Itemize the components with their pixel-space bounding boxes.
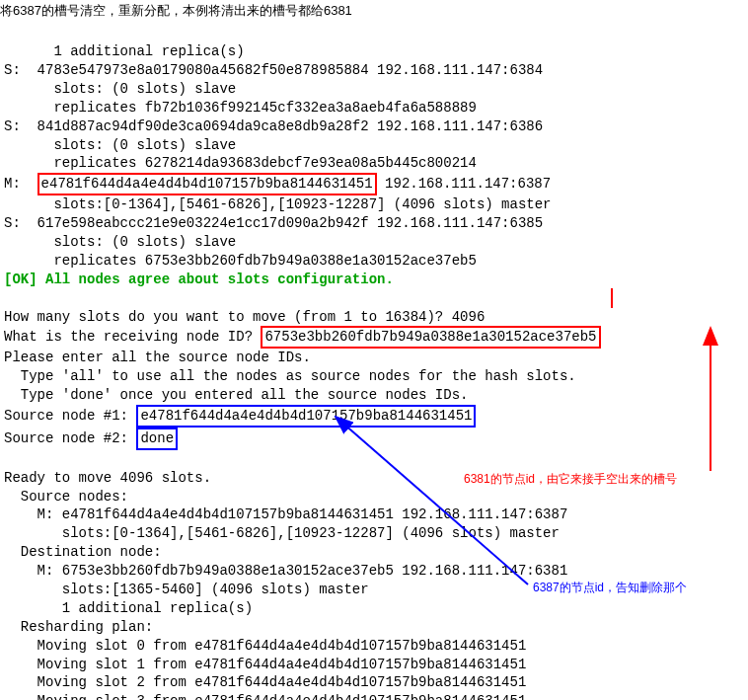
recv-prompt: What is the receiving node ID? 6753e3bb2… <box>4 329 601 345</box>
line: slots:[0-1364],[5461-6826],[10923-12287]… <box>4 525 560 541</box>
line: replicates 6753e3bb260fdb7b949a0388e1a30… <box>4 253 477 269</box>
line: Moving slot 2 from e4781f644d4a4e4d4b4d1… <box>4 674 526 690</box>
line: slots: (0 slots) slave <box>4 234 236 250</box>
line: Destination node: <box>4 544 162 560</box>
caption-text: 将6387的槽号清空，重新分配，本例将清出来的槽号都给6381 <box>0 3 352 18</box>
source-2: Source node #2: done <box>4 430 178 446</box>
m-prefix: M: <box>4 176 37 192</box>
annotation-6381: 6381的节点id，由它来接手空出来的槽号 <box>464 471 677 487</box>
node-id-6387-box: e4781f644d4a4e4d4b4d107157b9ba8144631451 <box>37 173 377 195</box>
page-caption: 将6387的槽号清空，重新分配，本例将清出来的槽号都给6381 <box>0 0 748 22</box>
slots-a: 4096 <box>452 309 486 325</box>
line: S: 617e598eabccc21e9e03224e1cc17d090a2b9… <box>4 215 543 231</box>
recv-q: What is the receiving node ID? <box>4 329 261 345</box>
m-suffix: 192.168.111.147:6387 <box>377 176 551 192</box>
line: slots:[0-1364],[5461-6826],[10923-12287]… <box>4 196 552 212</box>
line: M: 6753e3bb260fdb7b949a0388e1a30152ace37… <box>4 563 567 579</box>
line: M: e4781f644d4a4e4d4b4d107157b9ba8144631… <box>4 506 567 522</box>
line: Source nodes: <box>4 489 128 505</box>
line: S: 4783e547973e8a0179080a45682f50e878985… <box>4 62 543 78</box>
line: replicates 6278214da93683debcf7e93ea08a5… <box>4 155 477 171</box>
master-line: M: e4781f644d4a4e4d4b4d107157b9ba8144631… <box>4 176 551 192</box>
annotation-6381-text: 6381的节点id，由它来接手空出来的槽号 <box>464 472 677 486</box>
src2-label: Source node #2: <box>4 430 136 446</box>
src1-label: Source node #1: <box>4 408 136 424</box>
svg-line-4 <box>336 417 528 584</box>
line: slots: (0 slots) slave <box>4 137 236 153</box>
source-node-1-box: e4781f644d4a4e4d4b4d107157b9ba8144631451 <box>136 405 476 428</box>
slots-q: How many slots do you want to move (from… <box>4 309 452 325</box>
slots-prompt: How many slots do you want to move (from… <box>4 309 485 325</box>
terminal-output: 1 additional replica(s) S: 4783e547973e8… <box>0 22 748 700</box>
line: replicates fb72b1036f992145cf332ea3a8aeb… <box>4 100 477 116</box>
line: 1 additional replica(s) <box>4 43 245 59</box>
line: 1 additional replica(s) <box>4 600 253 616</box>
ok-line: [OK] All nodes agree about slots configu… <box>4 272 394 287</box>
source-1: Source node #1: e4781f644d4a4e4d4b4d1071… <box>4 408 476 424</box>
line: Resharding plan: <box>4 619 153 635</box>
annotation-6387-text: 6387的节点id，告知删除那个 <box>533 581 687 594</box>
source-node-2: done <box>140 430 174 446</box>
annotation-6387: 6387的节点id，告知删除那个 <box>533 580 687 595</box>
source-node-2-box: done <box>136 428 178 450</box>
line: Type 'done' once you entered all the sou… <box>4 387 468 403</box>
line: S: 841d887ac94df90de3ca0694da9ca8e8db9a2… <box>4 118 543 134</box>
line: slots:[1365-5460] (4096 slots) master <box>4 582 369 597</box>
line: Please enter all the source node IDs. <box>4 350 311 365</box>
node-id-6387: e4781f644d4a4e4d4b4d107157b9ba8144631451 <box>41 176 373 192</box>
line: Ready to move 4096 slots. <box>4 470 211 486</box>
line: slots: (0 slots) slave <box>4 81 236 97</box>
recv-node-id: 6753e3bb260fdb7b949a0388e1a30152ace37eb5 <box>264 329 596 345</box>
line: Moving slot 0 from e4781f644d4a4e4d4b4d1… <box>4 638 526 654</box>
recv-node-id-box: 6753e3bb260fdb7b949a0388e1a30152ace37eb5 <box>261 326 600 349</box>
line: Moving slot 3 from e4781f644d4a4e4d4b4d1… <box>4 693 526 700</box>
line: Moving slot 1 from e4781f644d4a4e4d4b4d1… <box>4 657 526 672</box>
line: Type 'all' to use all the nodes as sourc… <box>4 368 576 384</box>
source-node-1: e4781f644d4a4e4d4b4d107157b9ba8144631451 <box>140 408 472 424</box>
